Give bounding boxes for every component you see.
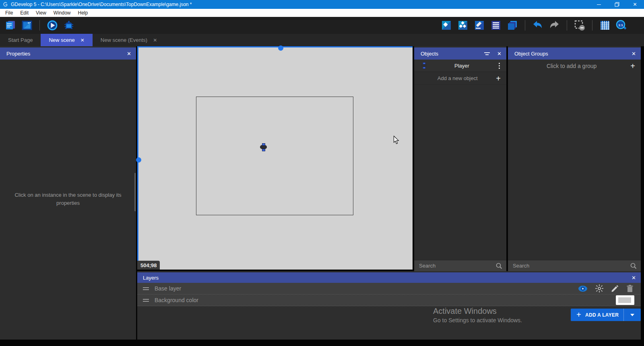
tab-new-scene-events[interactable]: New scene (Events) ✕ <box>93 34 165 46</box>
scrollbar[interactable] <box>134 173 136 211</box>
window-controls: ✕ <box>590 0 644 9</box>
search-icon <box>630 263 637 269</box>
menu-window[interactable]: Window <box>50 9 74 17</box>
properties-panel-header: Properties ✕ <box>0 47 136 60</box>
groups-search-input[interactable] <box>513 263 630 269</box>
selection-line-top <box>137 46 413 47</box>
add-layer-dropdown[interactable] <box>624 314 641 316</box>
player-thumbnail-icon <box>421 62 427 69</box>
close-panel-icon[interactable]: ✕ <box>127 51 131 57</box>
close-panel-icon[interactable]: ✕ <box>632 275 636 281</box>
watermark-subtitle: Go to Settings to activate Windows. <box>433 317 522 323</box>
groups-search-row <box>508 260 641 271</box>
plus-icon[interactable]: + <box>629 62 637 70</box>
objects-panel-header: Objects ✕ <box>414 47 506 60</box>
minimize-icon <box>597 4 601 5</box>
gdevelop-window: GDevelop 5 - C:\Users\Sparkle\OneDrive\D… <box>0 0 644 346</box>
add-group-row[interactable]: Click to add a group + <box>508 60 641 72</box>
add-object-row[interactable]: Add a new object + <box>414 72 506 85</box>
layers-panel-header: Layers ✕ <box>137 272 641 283</box>
visibility-eye-icon[interactable] <box>578 285 588 292</box>
tab-new-scene[interactable]: New scene ✕ <box>41 34 92 46</box>
grid-icon[interactable] <box>599 20 611 31</box>
layer-actions <box>578 284 635 293</box>
redo-icon[interactable] <box>549 20 560 31</box>
search-icon <box>496 263 502 269</box>
game-window-border <box>196 97 353 215</box>
object-name: Player <box>427 63 496 69</box>
object-groups-panel-icon[interactable] <box>457 20 469 31</box>
object-menu-icon[interactable] <box>496 63 502 69</box>
tab-label: New scene (Events) <box>101 37 147 43</box>
objects-search-row <box>414 260 506 271</box>
svg-text:1:1: 1:1 <box>618 23 623 27</box>
drag-handle-icon[interactable] <box>143 299 149 302</box>
drag-handle-icon[interactable] <box>143 287 149 290</box>
edit-layer-pencil-icon[interactable] <box>611 284 619 292</box>
minimize-button[interactable] <box>590 0 608 9</box>
titlebar: GDevelop 5 - C:\Users\Sparkle\OneDrive\D… <box>0 0 644 9</box>
toolbar-left-group <box>5 20 74 31</box>
restore-icon <box>615 2 619 7</box>
menu-help[interactable]: Help <box>74 9 92 17</box>
color-preview <box>618 297 631 303</box>
cursor-coordinates-badge: 504;98 <box>137 261 160 270</box>
menu-file[interactable]: File <box>2 9 17 17</box>
windows-activation-watermark: Activate Windows Go to Settings to activ… <box>433 307 522 323</box>
menu-view[interactable]: View <box>32 9 50 17</box>
preview-play-icon[interactable] <box>47 20 58 31</box>
tab-close-icon[interactable]: ✕ <box>153 37 157 43</box>
panel-title: Object Groups <box>514 51 548 57</box>
resize-handle-left[interactable] <box>136 157 141 163</box>
objects-search-input[interactable] <box>419 263 496 269</box>
object-groups-panel: Object Groups ✕ Click to add a group + <box>508 46 641 271</box>
tab-label: Start Page <box>8 37 33 43</box>
layer-row-background[interactable]: Background color <box>137 295 641 306</box>
instance-properties-panel-icon[interactable] <box>474 20 485 31</box>
background-color-swatch[interactable] <box>616 295 634 305</box>
delete-layer-trash-icon[interactable] <box>626 284 634 292</box>
mouse-cursor-icon <box>393 136 399 144</box>
layers-panel-icon[interactable] <box>507 20 518 31</box>
tabbar: Start Page New scene ✕ New scene (Events… <box>0 34 644 46</box>
layer-effects-icon[interactable] <box>595 284 604 293</box>
objects-panel: Objects ✕ Player Add a new object + <box>414 46 506 271</box>
menubar: File Edit View Window Help <box>0 9 644 17</box>
zoom-original-icon[interactable]: 1:1 <box>616 20 627 31</box>
layer-name: Background color <box>155 297 198 303</box>
menu-edit[interactable]: Edit <box>17 9 32 17</box>
restore-button[interactable] <box>608 0 626 9</box>
resize-handle-top[interactable] <box>278 45 283 51</box>
close-panel-icon[interactable]: ✕ <box>632 51 636 57</box>
scene-window-icon[interactable] <box>21 20 33 31</box>
panel-title: Properties <box>6 51 30 57</box>
panel-title: Layers <box>143 275 159 281</box>
layer-name: Base layer <box>155 285 181 292</box>
clear-selection-icon[interactable] <box>574 20 585 31</box>
object-groups-panel-header: Object Groups ✕ <box>508 47 641 60</box>
close-panel-icon[interactable]: ✕ <box>497 51 502 57</box>
scene-canvas[interactable]: 504;98 <box>137 46 413 270</box>
add-layer-button[interactable]: + ADD A LAYER <box>571 309 641 321</box>
panel-title: Objects <box>421 51 438 57</box>
undo-icon[interactable] <box>532 20 543 31</box>
player-instance[interactable] <box>260 143 267 151</box>
instances-list-panel-icon[interactable] <box>490 20 502 31</box>
chevron-down-icon <box>630 314 634 316</box>
plus-icon: + <box>571 310 585 319</box>
layer-row-base[interactable]: Base layer <box>137 283 641 295</box>
add-layer-label: ADD A LAYER <box>585 312 619 318</box>
toolbar: 1:1 <box>0 17 644 34</box>
debug-icon[interactable] <box>63 20 74 31</box>
gdevelop-logo-icon <box>2 2 8 7</box>
toolbar-separator <box>567 20 567 31</box>
object-row-player[interactable]: Player <box>414 60 506 72</box>
filter-icon[interactable] <box>484 52 490 55</box>
objects-panel-icon[interactable] <box>441 20 452 31</box>
project-manager-icon[interactable] <box>5 20 16 31</box>
tab-start-page[interactable]: Start Page <box>0 34 41 46</box>
plus-icon[interactable]: + <box>494 74 502 82</box>
close-window-button[interactable]: ✕ <box>626 0 644 9</box>
tab-close-icon[interactable]: ✕ <box>80 37 85 43</box>
toolbar-right-group: 1:1 <box>441 20 639 31</box>
